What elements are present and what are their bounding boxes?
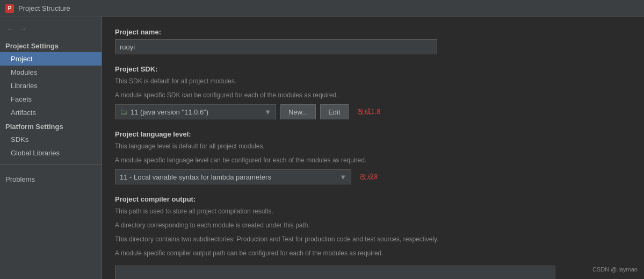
project-language-label: Project language level: <box>115 130 631 138</box>
project-name-label: Project name: <box>115 28 631 36</box>
compiler-desc3: This directory contains two subdirectori… <box>115 234 631 244</box>
title-bar: P Project Structure <box>0 0 644 17</box>
sidebar-item-sdks[interactable]: SDKs <box>0 133 102 146</box>
project-sdk-desc2: A module specific SDK can be configured … <box>115 90 631 100</box>
compiler-desc1: This path is used to store all project c… <box>115 206 631 216</box>
project-settings-label: Project Settings <box>0 39 102 52</box>
sidebar-item-facets[interactable]: Facets <box>0 92 102 106</box>
compiler-output-input[interactable] <box>115 266 555 279</box>
sidebar-item-artifacts[interactable]: Artifacts <box>0 106 102 119</box>
content-area: Project name: Project SDK: This SDK is d… <box>102 17 644 279</box>
compiler-desc4: A module specific compiler output path c… <box>115 248 631 258</box>
compiler-desc2: A directory corresponding to each module… <box>115 220 631 230</box>
project-sdk-desc1: This SDK is default for all project modu… <box>115 76 631 86</box>
app-icon: P <box>5 4 14 13</box>
project-sdk-label: Project SDK: <box>115 65 631 73</box>
new-sdk-button[interactable]: New... <box>280 104 316 119</box>
sidebar-item-libraries[interactable]: Libraries <box>0 79 102 92</box>
project-compiler-label: Project compiler output: <box>115 195 631 203</box>
sdk-value: 11 (java version "11.0.6") <box>131 108 208 116</box>
language-chevron-icon: ▼ <box>339 173 346 181</box>
project-compiler-section: Project compiler output: This path is us… <box>115 195 631 279</box>
watermark: CSDN @.layman <box>592 266 638 273</box>
main-content: ← → Project Settings Project Modules Lib… <box>0 17 644 279</box>
project-name-input[interactable] <box>115 39 437 54</box>
sdk-dropdown[interactable]: 🗂 11 (java version "11.0.6") ▼ <box>115 104 276 119</box>
project-sdk-section: Project SDK: This SDK is default for all… <box>115 65 631 119</box>
language-level-dropdown[interactable]: 11 - Local variable syntax for lambda pa… <box>115 169 351 184</box>
language-level-value: 11 - Local variable syntax for lambda pa… <box>120 173 271 181</box>
sdk-chevron-icon: ▼ <box>264 108 271 116</box>
language-level-row: 11 - Local variable syntax for lambda pa… <box>115 169 631 184</box>
project-language-section: Project language level: This language le… <box>115 130 631 184</box>
sdk-annotation: 改成1.8 <box>357 107 381 117</box>
project-language-desc1: This language level is default for all p… <box>115 141 631 151</box>
sidebar-item-project[interactable]: Project <box>0 52 102 66</box>
sidebar-divider <box>0 164 102 164</box>
title-bar-text: Project Structure <box>18 4 70 12</box>
sdk-folder-icon: 🗂 <box>120 108 127 116</box>
sidebar: ← → Project Settings Project Modules Lib… <box>0 17 102 279</box>
nav-controls: ← → <box>0 22 102 39</box>
forward-arrow[interactable]: → <box>18 24 28 34</box>
sdk-row: 🗂 11 (java version "11.0.6") ▼ New... Ed… <box>115 104 631 119</box>
sidebar-item-global-libraries[interactable]: Global Libraries <box>0 146 102 160</box>
sidebar-item-problems[interactable]: Problems <box>0 169 102 186</box>
back-arrow[interactable]: ← <box>5 24 15 34</box>
language-annotation: 改成8 <box>360 172 378 182</box>
project-language-desc2: A module specific language level can be … <box>115 155 631 165</box>
project-name-section: Project name: <box>115 28 631 54</box>
sidebar-item-modules[interactable]: Modules <box>0 66 102 79</box>
platform-settings-label: Platform Settings <box>0 119 102 133</box>
edit-sdk-button[interactable]: Edit <box>320 104 348 119</box>
